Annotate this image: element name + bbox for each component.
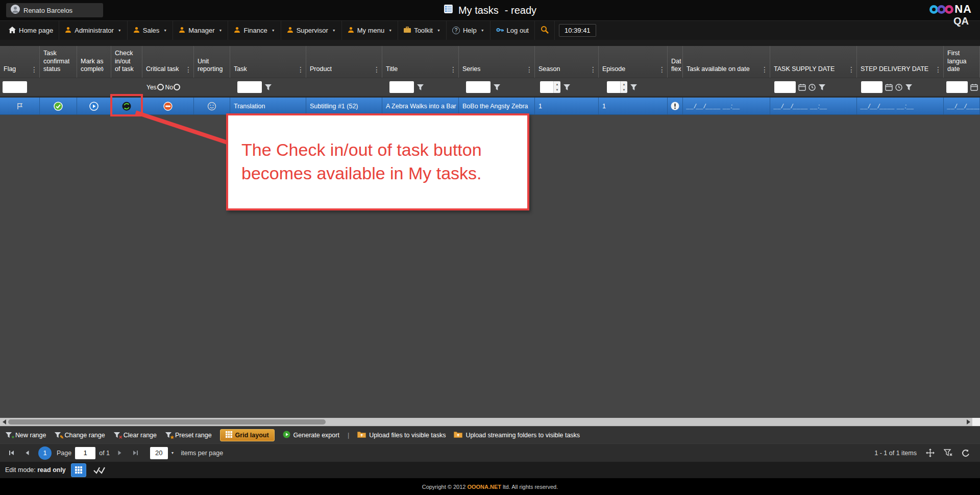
column-header-critical-task[interactable]: Critical task ⋮: [142, 46, 194, 78]
column-menu-icon[interactable]: ⋮: [450, 66, 457, 73]
clock-icon[interactable]: [895, 84, 902, 91]
menu-log-out[interactable]: Log out: [491, 21, 535, 40]
column-header-first-language-date[interactable]: First langua date: [944, 46, 980, 78]
column-header-task-supply-date[interactable]: TASK SUPPLY DATE ⋮: [770, 46, 857, 78]
column-menu-icon[interactable]: ⋮: [935, 66, 942, 73]
title-filter-input[interactable]: [389, 81, 414, 93]
season-filter-funnel-icon[interactable]: [563, 84, 571, 91]
refresh-icon[interactable]: [962, 449, 970, 457]
menu-administrator[interactable]: Administrator▼: [59, 21, 128, 40]
calendar-icon[interactable]: [970, 84, 978, 91]
current-page-indicator[interactable]: 1: [38, 446, 52, 460]
page-number-input[interactable]: [75, 447, 95, 459]
column-menu-icon[interactable]: ⋮: [185, 66, 192, 73]
column-header-date-flexibility[interactable]: Date flexi: [668, 46, 683, 78]
row-date-flexibility-info-icon[interactable]: [668, 98, 683, 114]
clock-icon[interactable]: [808, 84, 816, 91]
row-flag-button[interactable]: [0, 98, 40, 114]
change-range-button[interactable]: ✎ Change range: [54, 432, 105, 439]
menu-search[interactable]: [535, 21, 555, 40]
upload-files-button[interactable]: Upload files to visible tasks: [357, 431, 446, 439]
task-filter-input[interactable]: [237, 81, 262, 93]
column-header-title[interactable]: Title ⋮: [382, 46, 459, 78]
user-chip[interactable]: Renato Barcelos: [6, 3, 103, 17]
column-header-step-delivery-date[interactable]: STEP DELIVERY DATE ⋮: [857, 46, 944, 78]
preset-range-button[interactable]: ★ Preset range: [165, 432, 212, 439]
task-supply-date-funnel-icon[interactable]: [818, 84, 826, 91]
season-spinner[interactable]: ▲ ▼: [553, 81, 560, 93]
menu-finance[interactable]: Finance▼: [228, 21, 281, 40]
column-header-unit-reporting[interactable]: Unit reporting: [194, 46, 230, 78]
generate-export-button[interactable]: Generate export: [283, 431, 339, 440]
spinner-up-icon[interactable]: ▲: [621, 81, 627, 87]
upload-streaming-folders-button[interactable]: Upload streaming folders to visible task…: [454, 431, 580, 439]
column-menu-icon[interactable]: ⋮: [761, 66, 768, 73]
column-menu-icon[interactable]: ⋮: [848, 66, 855, 73]
critical-yes-radio[interactable]: [157, 84, 164, 90]
column-menu-icon[interactable]: ⋮: [31, 66, 38, 73]
clear-range-button[interactable]: ✕ Clear range: [113, 432, 157, 439]
scroll-left-arrow-icon[interactable]: [0, 418, 8, 426]
column-menu-icon[interactable]: ⋮: [526, 66, 533, 73]
spinner-down-icon[interactable]: ▼: [621, 87, 627, 93]
menu-supervisor[interactable]: Supervisor▼: [281, 21, 342, 40]
menu-home-page[interactable]: Home page: [3, 21, 59, 40]
task-row[interactable]: Translation Subtitling #1 (52) A Zebra W…: [0, 98, 980, 115]
task-supply-date-filter-input[interactable]: [774, 81, 796, 93]
row-unit-reporting-button[interactable]: [194, 98, 230, 114]
pan-move-icon[interactable]: [926, 449, 935, 457]
series-filter-funnel-icon[interactable]: [493, 84, 501, 91]
column-header-check-in-out[interactable]: Check in/out of task: [111, 46, 142, 78]
multi-check-icon[interactable]: [93, 466, 106, 474]
column-header-product[interactable]: Product ⋮: [306, 46, 382, 78]
task-filter-funnel-icon[interactable]: [264, 84, 272, 91]
menu-sales[interactable]: Sales▼: [128, 21, 173, 40]
step-delivery-date-filter-input[interactable]: [861, 81, 883, 93]
season-filter-input[interactable]: [540, 81, 553, 93]
column-menu-icon[interactable]: ⋮: [590, 66, 597, 73]
critical-no-radio[interactable]: [174, 84, 180, 90]
column-header-season[interactable]: Season ⋮: [535, 46, 599, 78]
prev-page-button[interactable]: [21, 447, 33, 459]
next-page-button[interactable]: [113, 447, 126, 459]
first-language-date-filter-input[interactable]: [946, 81, 968, 93]
column-header-task[interactable]: Task ⋮: [230, 46, 306, 78]
calendar-icon[interactable]: [798, 84, 806, 91]
scroll-right-arrow-icon[interactable]: [964, 418, 972, 426]
episode-filter-input[interactable]: [607, 81, 620, 93]
column-header-episode[interactable]: Episode ⋮: [599, 46, 668, 78]
menu-toolkit[interactable]: Toolkit▼: [398, 21, 447, 40]
spinner-up-icon[interactable]: ▲: [554, 81, 560, 87]
episode-spinner[interactable]: ▲ ▼: [620, 81, 627, 93]
column-menu-icon[interactable]: ⋮: [658, 66, 666, 73]
menu-my-menu[interactable]: My menu▼: [342, 21, 398, 40]
step-delivery-date-funnel-icon[interactable]: [905, 84, 913, 91]
column-header-task-available-date[interactable]: Task available on date ⋮: [683, 46, 770, 78]
episode-filter-funnel-icon[interactable]: [630, 84, 638, 91]
column-header-flag[interactable]: Flag ⋮: [0, 46, 40, 78]
horizontal-scrollbar[interactable]: [0, 418, 980, 426]
last-page-button[interactable]: [129, 447, 141, 459]
column-header-confirmation-status[interactable]: Task confirmatio status: [40, 46, 77, 78]
scrollbar-thumb[interactable]: [8, 419, 326, 425]
new-range-button[interactable]: + New range: [5, 432, 46, 439]
flag-filter-input[interactable]: [3, 81, 27, 93]
row-mark-complete-button[interactable]: [77, 98, 111, 114]
column-menu-icon[interactable]: ⋮: [373, 66, 380, 73]
title-filter-funnel-icon[interactable]: [416, 84, 424, 91]
menu-manager[interactable]: Manager▼: [173, 21, 228, 40]
grid-layout-button[interactable]: Grid layout: [220, 429, 275, 441]
page-size-select[interactable]: 20 ▼: [150, 447, 177, 459]
column-header-mark-complete[interactable]: Mark as complete: [77, 46, 111, 78]
grid-view-button[interactable]: [71, 463, 86, 477]
chevron-down-icon: ▼: [388, 29, 392, 32]
spinner-down-icon[interactable]: ▼: [554, 87, 560, 93]
series-filter-input[interactable]: [466, 81, 491, 93]
column-menu-icon[interactable]: ⋮: [297, 66, 304, 73]
column-header-series[interactable]: Series ⋮: [459, 46, 535, 78]
clear-filters-icon[interactable]: [944, 449, 952, 457]
menu-help[interactable]: ? Help▼: [447, 21, 491, 40]
calendar-icon[interactable]: [885, 84, 893, 91]
first-page-button[interactable]: [5, 447, 17, 459]
person-icon: [133, 27, 140, 35]
